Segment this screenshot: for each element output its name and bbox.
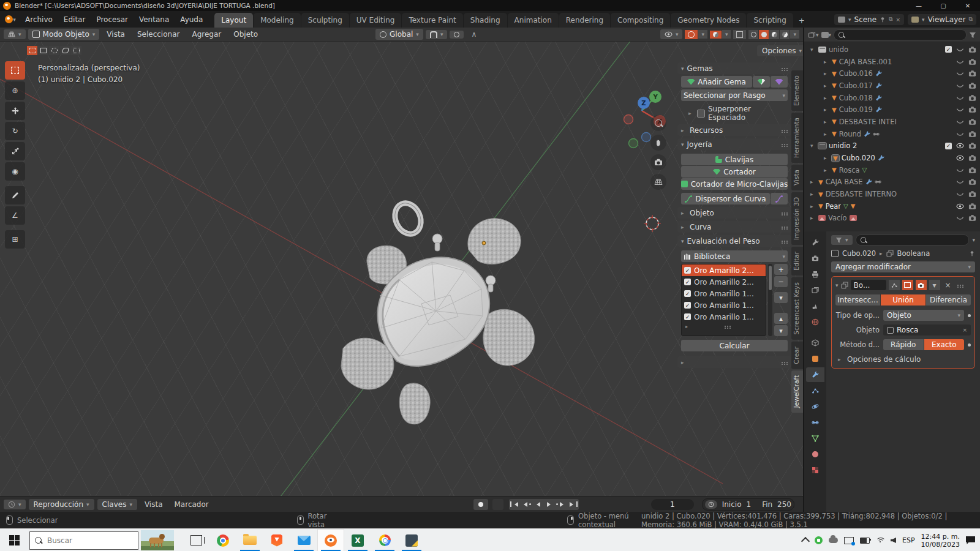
add-gem-button[interactable]: Añadir Gema	[681, 76, 752, 88]
properties-options-dropdown[interactable]: ▾	[972, 237, 975, 243]
intersect-button[interactable]: Intersecc...	[835, 294, 880, 305]
outliner-row-unidio-2[interactable]: ▾ unidio 2 ✓	[804, 140, 980, 152]
material-specials-button[interactable]: ▾	[774, 292, 788, 303]
outliner-search-input[interactable]	[847, 31, 962, 39]
eye-closed-icon[interactable]	[956, 94, 964, 102]
calculate-button[interactable]: Calcular	[681, 340, 788, 351]
camera-render-icon[interactable]	[968, 203, 976, 210]
overlays-toggle[interactable]	[710, 31, 722, 39]
modifier-drag-handle[interactable]	[957, 285, 959, 286]
camera-render-icon[interactable]	[968, 154, 976, 162]
onedrive-icon[interactable]	[829, 538, 838, 543]
overlap-checkbox[interactable]	[697, 110, 705, 118]
menu-ayuda[interactable]: Ayuda	[175, 13, 208, 26]
sidebar-tab-editar[interactable]: Editar	[791, 247, 803, 276]
use-preview-range-button[interactable]	[705, 500, 717, 509]
select-box-button[interactable]	[38, 46, 48, 55]
drag-dots-icon[interactable]	[782, 227, 783, 228]
blender-menu-icon[interactable]: ▾	[4, 15, 17, 24]
tab-animation[interactable]: Animation	[508, 13, 559, 28]
previous-keyframe-button[interactable]	[521, 499, 532, 510]
panel-peso-header[interactable]: ▾Evaluación del Peso	[677, 235, 791, 247]
material-row[interactable]: ✓Oro Amarillo 2...	[682, 276, 766, 288]
viewlayer-selector[interactable]: ▾ ViewLayer ⧉	[908, 14, 976, 25]
tab-texture-paint[interactable]: Texture Paint	[402, 13, 462, 28]
camera-render-icon[interactable]	[968, 167, 976, 174]
sidebar-tab-herramienta[interactable]: Herramienta	[791, 113, 803, 163]
tab-constraints[interactable]	[806, 415, 824, 430]
menu-editar[interactable]: Editar	[58, 13, 91, 26]
tool-measure[interactable]: ∠	[5, 206, 25, 225]
tool-scale[interactable]	[5, 142, 25, 160]
select-lasso-button[interactable]	[60, 46, 70, 55]
menu-ventana[interactable]: Ventana	[134, 13, 175, 26]
tab-object[interactable]	[806, 351, 824, 366]
eye-closed-icon[interactable]	[956, 178, 964, 186]
editor-type-button[interactable]: ▾	[4, 29, 26, 39]
taskbar-app-explorer[interactable]	[236, 529, 263, 551]
proportional-edit-button[interactable]	[450, 31, 464, 39]
camera-render-icon[interactable]	[968, 178, 976, 186]
modifier-close-button[interactable]: ×	[943, 280, 954, 290]
shading-material[interactable]	[769, 30, 779, 39]
minimize-button[interactable]: —	[907, 0, 931, 11]
outliner-search[interactable]	[834, 29, 967, 40]
properties-search-input[interactable]	[869, 236, 965, 244]
curve-redistribute-button[interactable]	[771, 193, 788, 204]
jump-to-start-button[interactable]	[509, 499, 521, 510]
timeline-editor-type-button[interactable]: ▾	[4, 500, 26, 509]
tab-output[interactable]	[806, 267, 824, 282]
microprong-cutter-button[interactable]: Cortador de Micro-Clavijas	[681, 178, 788, 190]
taskbar-search[interactable]	[29, 531, 138, 550]
outliner-row-pear[interactable]: ▸▼ Pear ▽ ▼	[804, 200, 980, 212]
visibility-dropdown[interactable]: ▾	[660, 29, 683, 39]
tab-scripting[interactable]: Scripting	[747, 13, 793, 28]
taskbar-app-google[interactable]	[371, 529, 398, 551]
shading-wireframe[interactable]	[748, 30, 758, 39]
animate-property-dot[interactable]	[968, 343, 971, 347]
shading-solid[interactable]	[759, 30, 769, 39]
tray-expand-icon[interactable]	[801, 537, 810, 545]
panel-recursos-header[interactable]: ▸Recursos	[677, 124, 791, 136]
taskbar-app-notes[interactable]	[398, 529, 425, 551]
fast-button[interactable]: Rápido	[883, 339, 924, 350]
transform-orientation[interactable]: Global▾	[375, 29, 423, 40]
material-checkbox[interactable]: ✓	[684, 313, 691, 320]
xray-toggle[interactable]	[733, 30, 746, 39]
tab-shading[interactable]: Shading	[464, 13, 507, 28]
drag-dots-icon[interactable]	[782, 241, 783, 242]
clear-object-icon[interactable]: ×	[962, 327, 967, 333]
camera-render-icon[interactable]	[968, 130, 976, 138]
material-row[interactable]: ✓Oro Amarillo 2...	[682, 264, 766, 276]
select-by-trait-dropdown[interactable]: Seleccionar por Rasgo▾	[681, 89, 788, 101]
menu-procesar[interactable]: Procesar	[91, 13, 134, 26]
solver-options-collapse[interactable]: ▸Opciones de cálculo	[838, 355, 971, 364]
outliner-row[interactable]: ▸▼ CAJA BASE	[804, 176, 980, 189]
taskbar-app-brave[interactable]	[263, 529, 290, 551]
taskbar-app-blender[interactable]	[317, 529, 344, 551]
tab-layout[interactable]: Layout	[214, 13, 253, 28]
eye-closed-icon[interactable]	[956, 167, 964, 174]
tab-view-layer[interactable]	[806, 283, 824, 298]
drag-dots-icon[interactable]	[782, 130, 783, 131]
zoom-icon[interactable]	[650, 115, 666, 131]
material-checkbox[interactable]: ✓	[684, 290, 691, 297]
tool-select-box[interactable]	[5, 61, 25, 80]
material-checkbox[interactable]: ✓	[684, 302, 691, 309]
outliner-row-cubo-020[interactable]: ▸▼ Cubo.020	[804, 152, 980, 164]
tab-compositing[interactable]: Compositing	[611, 13, 670, 28]
tab-texture[interactable]	[806, 463, 824, 478]
overlap-spacing-row[interactable]: ▸ Superponer Espaciado	[688, 105, 788, 122]
add-modifier-dropdown[interactable]: Agregar modificador▾	[831, 261, 975, 272]
taskbar-app-mail[interactable]	[290, 529, 317, 551]
menu-seleccionar[interactable]: Seleccionar	[132, 29, 184, 40]
exact-button[interactable]: Exacto	[924, 339, 965, 350]
sidebar-tab-screencast-keys[interactable]: Screencast Keys	[791, 277, 803, 340]
options-dropdown[interactable]: Opciones▾	[757, 45, 803, 56]
start-frame-value[interactable]: 1	[746, 500, 751, 509]
outliner-row[interactable]: ▸▼ Cubo.019	[804, 103, 980, 116]
collection-checkbox[interactable]: ✓	[945, 143, 952, 149]
tab-material[interactable]	[806, 447, 824, 462]
antivirus-tray-icon[interactable]	[815, 536, 823, 544]
outliner-display-button[interactable]: ▾	[821, 32, 832, 38]
